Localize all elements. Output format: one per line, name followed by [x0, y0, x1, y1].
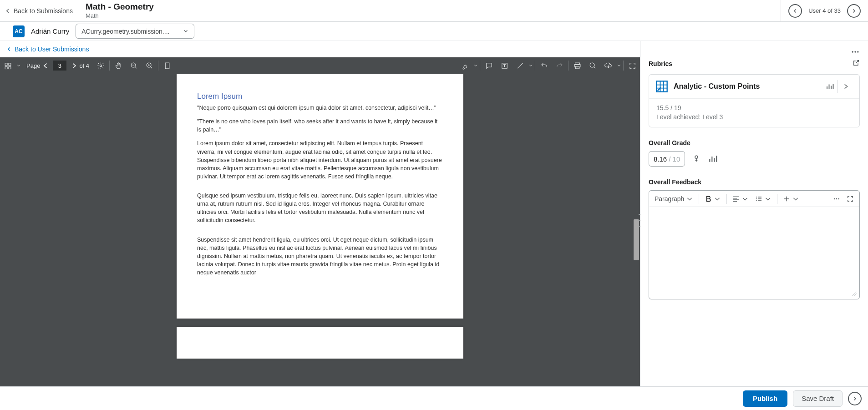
chevron-left-icon: [792, 8, 798, 14]
save-draft-button[interactable]: Save Draft: [793, 390, 843, 407]
editor-textarea[interactable]: [649, 207, 859, 299]
overall-feedback-label: Overall Feedback: [649, 178, 860, 186]
fullscreen-button[interactable]: [624, 57, 640, 74]
rubric-expand-button[interactable]: [838, 80, 853, 93]
panel-toggle-button[interactable]: [0, 57, 15, 74]
back-to-submissions-link[interactable]: Back to Submissions: [0, 0, 81, 21]
chevron-down-icon: [714, 195, 721, 202]
svg-point-12: [590, 63, 594, 67]
editor-more-button[interactable]: [830, 192, 843, 205]
list-button[interactable]: [752, 192, 774, 205]
user-counter: User 4 of 33: [808, 7, 841, 14]
chevron-left-icon: [6, 46, 12, 52]
page-total: of 4: [79, 62, 89, 69]
rubric-stats-button[interactable]: [822, 80, 838, 93]
pdf-page: [177, 327, 463, 359]
pen-icon: [461, 62, 469, 70]
insert-button[interactable]: [780, 192, 802, 205]
fullscreen-icon: [847, 195, 854, 202]
zoom-in-icon: [146, 62, 153, 70]
chevron-down-icon: [183, 28, 188, 35]
svg-point-17: [695, 156, 698, 158]
bar-chart-icon: [708, 154, 717, 163]
page-subtitle: Math: [86, 12, 781, 19]
zoom-out-button[interactable]: [126, 57, 142, 74]
zoom-out-icon: [130, 62, 138, 70]
format-dropdown[interactable]: Paragraph: [652, 192, 696, 205]
search-button[interactable]: [585, 57, 600, 74]
svg-rect-3: [8, 66, 10, 69]
fit-page-button[interactable]: [159, 57, 175, 74]
align-button[interactable]: [730, 192, 751, 205]
panel-dropdown[interactable]: [15, 64, 22, 67]
drag-handle[interactable]: [639, 214, 640, 227]
redo-button[interactable]: [552, 57, 567, 74]
bold-button[interactable]: [702, 192, 724, 205]
footer: Publish Save Draft: [0, 386, 868, 410]
resize-handle-icon[interactable]: [851, 291, 858, 297]
gear-icon: [97, 62, 105, 70]
hand-icon: [115, 62, 122, 70]
doc-paragraph: "Neque porro quisquam est qui dolorem ip…: [197, 104, 443, 112]
page-prev-button[interactable]: [40, 57, 51, 74]
align-left-icon: [732, 195, 740, 202]
chevron-down-icon: [686, 195, 693, 202]
pdf-page: Lorem Ipsum "Neque porro quisquam est qu…: [177, 74, 463, 319]
rubric-body: 15.5 / 19 Level achieved: Level 3: [649, 98, 859, 127]
freehand-dropdown[interactable]: [472, 64, 479, 67]
line-dropdown[interactable]: [528, 64, 534, 67]
print-icon: [574, 62, 581, 70]
undo-icon: [540, 62, 548, 70]
svg-point-18: [756, 197, 757, 197]
overall-grade-label: Overall Grade: [649, 139, 860, 147]
undo-button[interactable]: [536, 57, 552, 74]
svg-point-23: [838, 198, 839, 199]
svg-point-14: [854, 51, 856, 52]
editor-toolbar: Paragraph: [649, 191, 859, 207]
rubrics-popout-button[interactable]: [853, 59, 860, 68]
page-next-button[interactable]: [68, 57, 79, 74]
student-bar: AC Adrián Curry ACurry.geometry.submissi…: [0, 22, 868, 41]
svg-point-13: [852, 51, 853, 52]
grade-input[interactable]: 8.16 / 10: [649, 151, 685, 167]
zoom-in-button[interactable]: [142, 57, 157, 74]
svg-rect-7: [165, 63, 169, 69]
print-button[interactable]: [569, 57, 585, 74]
file-dropdown[interactable]: ACurry.geometry.submission....: [76, 24, 194, 39]
note-button[interactable]: [481, 57, 497, 74]
page-input[interactable]: [53, 61, 66, 71]
footer-next-button[interactable]: [848, 392, 862, 405]
rubric-header: Analytic - Custom Points: [649, 75, 859, 98]
download-dropdown[interactable]: [616, 64, 622, 67]
left-column: Back to User Submissions Page of 4: [0, 41, 640, 386]
popout-icon: [853, 59, 860, 66]
back-user-submissions-link[interactable]: Back to User Submissions: [6, 46, 634, 53]
pdf-canvas[interactable]: Lorem Ipsum "Neque porro quisquam est qu…: [0, 74, 640, 386]
svg-point-4: [100, 65, 102, 66]
text-box-button[interactable]: [497, 57, 512, 74]
chevron-right-icon: [852, 396, 858, 401]
more-actions-button[interactable]: [851, 47, 860, 58]
rubrics-heading: Rubrics: [649, 60, 672, 67]
top-header: Back to Submissions Math - Geometry Math…: [0, 0, 868, 22]
download-button[interactable]: [600, 57, 616, 74]
settings-button[interactable]: [93, 57, 108, 74]
list-icon: [755, 195, 762, 202]
svg-rect-0: [5, 63, 7, 65]
editor-fullscreen-button[interactable]: [844, 192, 857, 205]
next-user-button[interactable]: [847, 4, 861, 18]
prev-user-button[interactable]: [788, 4, 802, 18]
svg-rect-11: [575, 66, 579, 68]
doc-paragraph: Suspendisse sit amet hendrerit ligula, e…: [197, 236, 443, 277]
grade-stats-button[interactable]: [708, 154, 718, 164]
format-label: Paragraph: [655, 195, 684, 202]
file-dropdown-label: ACurry.geometry.submission....: [81, 28, 169, 35]
freehand-button[interactable]: [457, 57, 472, 74]
grade-suggestion-button[interactable]: [691, 154, 701, 164]
pan-button[interactable]: [111, 57, 126, 74]
line-button[interactable]: [512, 57, 528, 74]
publish-button[interactable]: Publish: [743, 390, 787, 407]
key-icon: [692, 155, 700, 163]
title-area: Math - Geometry Math: [81, 0, 781, 21]
svg-point-21: [834, 198, 835, 199]
